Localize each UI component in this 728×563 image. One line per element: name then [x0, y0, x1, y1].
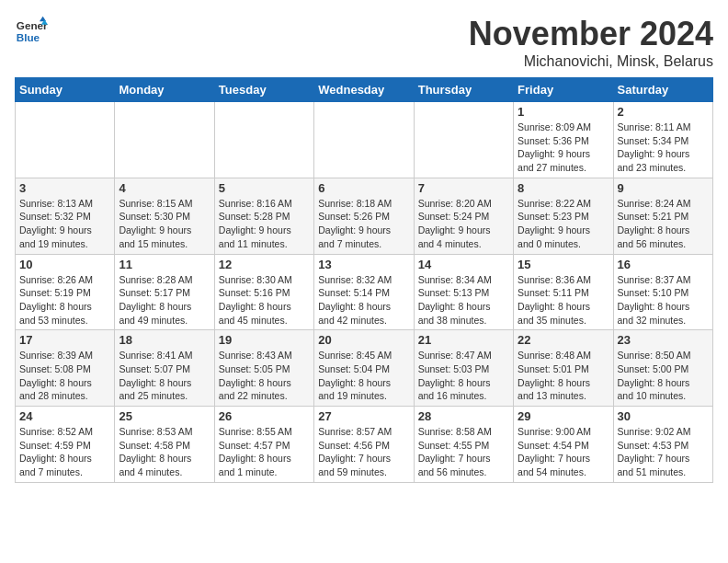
calendar-cell: 6Sunrise: 8:18 AM Sunset: 5:26 PM Daylig… [314, 178, 414, 254]
svg-text:Blue: Blue [17, 31, 40, 43]
day-number: 29 [518, 409, 609, 423]
calendar-cell: 16Sunrise: 8:37 AM Sunset: 5:10 PM Dayli… [613, 254, 712, 330]
calendar-cell: 12Sunrise: 8:30 AM Sunset: 5:16 PM Dayli… [214, 254, 313, 330]
calendar-cell: 13Sunrise: 8:32 AM Sunset: 5:14 PM Dayli… [314, 254, 414, 330]
calendar-cell: 25Sunrise: 8:53 AM Sunset: 4:58 PM Dayli… [115, 407, 214, 483]
day-number: 14 [418, 258, 509, 271]
day-number: 9 [618, 181, 709, 195]
day-info: Sunrise: 8:41 AM Sunset: 5:07 PM Dayligh… [119, 349, 210, 403]
location-subtitle: Michanovichi, Minsk, Belarus [469, 53, 713, 70]
calendar-cell: 2Sunrise: 8:11 AM Sunset: 5:34 PM Daylig… [613, 102, 712, 178]
calendar-cell: 10Sunrise: 8:26 AM Sunset: 5:19 PM Dayli… [16, 254, 115, 330]
calendar-cell: 11Sunrise: 8:28 AM Sunset: 5:17 PM Dayli… [115, 254, 214, 330]
day-info: Sunrise: 8:20 AM Sunset: 5:24 PM Dayligh… [418, 197, 509, 251]
day-number: 15 [518, 258, 609, 271]
calendar-header-row: SundayMondayTuesdayWednesdayThursdayFrid… [16, 78, 713, 102]
calendar-cell: 27Sunrise: 8:57 AM Sunset: 4:56 PM Dayli… [314, 407, 414, 483]
day-info: Sunrise: 8:30 AM Sunset: 5:16 PM Dayligh… [219, 273, 310, 327]
day-info: Sunrise: 8:57 AM Sunset: 4:56 PM Dayligh… [318, 425, 409, 479]
day-info: Sunrise: 8:50 AM Sunset: 5:00 PM Dayligh… [618, 349, 709, 403]
day-number: 16 [618, 258, 709, 271]
calendar-cell: 29Sunrise: 9:00 AM Sunset: 4:54 PM Dayli… [514, 407, 613, 483]
calendar-cell: 20Sunrise: 8:45 AM Sunset: 5:04 PM Dayli… [314, 330, 414, 407]
day-info: Sunrise: 8:45 AM Sunset: 5:04 PM Dayligh… [318, 349, 409, 403]
calendar-cell: 8Sunrise: 8:22 AM Sunset: 5:23 PM Daylig… [514, 178, 613, 254]
day-number: 10 [19, 258, 110, 271]
calendar-cell: 24Sunrise: 8:52 AM Sunset: 4:59 PM Dayli… [16, 407, 115, 483]
calendar-cell: 22Sunrise: 8:48 AM Sunset: 5:01 PM Dayli… [514, 330, 613, 407]
calendar-cell: 18Sunrise: 8:41 AM Sunset: 5:07 PM Dayli… [115, 330, 214, 407]
day-number: 11 [119, 258, 210, 271]
day-of-week-header: Monday [115, 78, 214, 102]
calendar-cell: 1Sunrise: 8:09 AM Sunset: 5:36 PM Daylig… [514, 102, 613, 178]
calendar-week-row: 17Sunrise: 8:39 AM Sunset: 5:08 PM Dayli… [16, 330, 713, 407]
day-info: Sunrise: 8:18 AM Sunset: 5:26 PM Dayligh… [318, 197, 409, 251]
day-of-week-header: Thursday [414, 78, 513, 102]
day-info: Sunrise: 8:32 AM Sunset: 5:14 PM Dayligh… [318, 273, 409, 327]
day-number: 7 [418, 181, 509, 195]
day-number: 19 [219, 333, 310, 347]
calendar-cell: 7Sunrise: 8:20 AM Sunset: 5:24 PM Daylig… [414, 178, 513, 254]
calendar-cell: 4Sunrise: 8:15 AM Sunset: 5:30 PM Daylig… [115, 178, 214, 254]
calendar-cell [214, 102, 313, 178]
day-number: 17 [19, 333, 110, 347]
day-info: Sunrise: 8:15 AM Sunset: 5:30 PM Dayligh… [119, 197, 210, 251]
day-number: 4 [119, 181, 210, 195]
day-of-week-header: Saturday [613, 78, 712, 102]
day-info: Sunrise: 8:09 AM Sunset: 5:36 PM Dayligh… [518, 121, 609, 175]
day-info: Sunrise: 8:22 AM Sunset: 5:23 PM Dayligh… [518, 197, 609, 251]
day-info: Sunrise: 8:52 AM Sunset: 4:59 PM Dayligh… [19, 425, 110, 479]
day-number: 8 [518, 181, 609, 195]
day-number: 26 [219, 409, 310, 423]
day-number: 20 [318, 333, 409, 347]
day-info: Sunrise: 8:47 AM Sunset: 5:03 PM Dayligh… [418, 349, 509, 403]
calendar-cell [314, 102, 414, 178]
calendar-cell: 30Sunrise: 9:02 AM Sunset: 4:53 PM Dayli… [613, 407, 712, 483]
day-info: Sunrise: 8:34 AM Sunset: 5:13 PM Dayligh… [418, 273, 509, 327]
day-number: 25 [119, 409, 210, 423]
calendar-cell: 3Sunrise: 8:13 AM Sunset: 5:32 PM Daylig… [16, 178, 115, 254]
day-info: Sunrise: 8:55 AM Sunset: 4:57 PM Dayligh… [219, 425, 310, 479]
calendar-cell: 26Sunrise: 8:55 AM Sunset: 4:57 PM Dayli… [214, 407, 313, 483]
calendar-cell: 14Sunrise: 8:34 AM Sunset: 5:13 PM Dayli… [414, 254, 513, 330]
day-number: 18 [119, 333, 210, 347]
calendar-week-row: 24Sunrise: 8:52 AM Sunset: 4:59 PM Dayli… [16, 407, 713, 483]
day-number: 30 [618, 409, 709, 423]
calendar-cell [115, 102, 214, 178]
calendar-cell: 17Sunrise: 8:39 AM Sunset: 5:08 PM Dayli… [16, 330, 115, 407]
calendar-week-row: 1Sunrise: 8:09 AM Sunset: 5:36 PM Daylig… [16, 102, 713, 178]
logo: General Blue [15, 15, 48, 48]
day-number: 2 [618, 105, 709, 119]
day-number: 22 [518, 333, 609, 347]
calendar-cell: 15Sunrise: 8:36 AM Sunset: 5:11 PM Dayli… [514, 254, 613, 330]
calendar-cell: 5Sunrise: 8:16 AM Sunset: 5:28 PM Daylig… [214, 178, 313, 254]
day-number: 24 [19, 409, 110, 423]
title-area: November 2024 Michanovichi, Minsk, Belar… [469, 15, 713, 70]
month-title: November 2024 [469, 15, 713, 53]
day-number: 13 [318, 258, 409, 271]
calendar-week-row: 3Sunrise: 8:13 AM Sunset: 5:32 PM Daylig… [16, 178, 713, 254]
day-of-week-header: Wednesday [314, 78, 414, 102]
day-of-week-header: Friday [514, 78, 613, 102]
calendar-cell [16, 102, 115, 178]
day-number: 12 [219, 258, 310, 271]
day-number: 28 [418, 409, 509, 423]
day-info: Sunrise: 8:24 AM Sunset: 5:21 PM Dayligh… [618, 197, 709, 251]
calendar-cell [414, 102, 513, 178]
day-info: Sunrise: 8:36 AM Sunset: 5:11 PM Dayligh… [518, 273, 609, 327]
day-info: Sunrise: 8:28 AM Sunset: 5:17 PM Dayligh… [119, 273, 210, 327]
day-number: 21 [418, 333, 509, 347]
day-info: Sunrise: 8:11 AM Sunset: 5:34 PM Dayligh… [618, 121, 709, 175]
day-info: Sunrise: 8:37 AM Sunset: 5:10 PM Dayligh… [618, 273, 709, 327]
day-of-week-header: Tuesday [214, 78, 313, 102]
day-info: Sunrise: 8:43 AM Sunset: 5:05 PM Dayligh… [219, 349, 310, 403]
page-header: General Blue November 2024 Michanovichi,… [15, 15, 713, 70]
day-number: 5 [219, 181, 310, 195]
day-number: 23 [618, 333, 709, 347]
day-number: 3 [19, 181, 110, 195]
calendar-week-row: 10Sunrise: 8:26 AM Sunset: 5:19 PM Dayli… [16, 254, 713, 330]
day-info: Sunrise: 8:53 AM Sunset: 4:58 PM Dayligh… [119, 425, 210, 479]
day-info: Sunrise: 8:48 AM Sunset: 5:01 PM Dayligh… [518, 349, 609, 403]
day-info: Sunrise: 8:26 AM Sunset: 5:19 PM Dayligh… [19, 273, 110, 327]
day-number: 27 [318, 409, 409, 423]
